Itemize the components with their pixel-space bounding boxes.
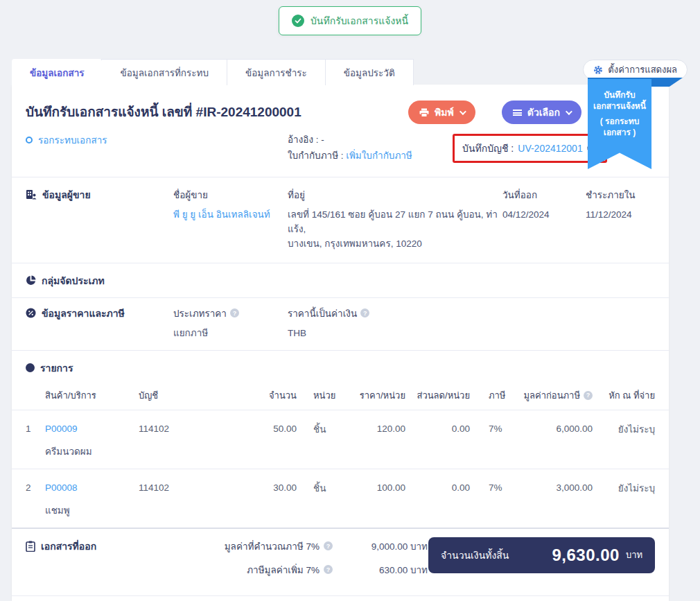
item-tax: 7% (470, 424, 511, 434)
item-discount: 0.00 (405, 482, 470, 493)
tab-document-info[interactable]: ข้อมูลเอกสาร (12, 59, 102, 86)
col-qty: จำนวน (222, 388, 297, 403)
vendor-name-label: ชื่อผู้ขาย (173, 187, 288, 202)
vat-base-label: มูลค่าที่คำนวณภาษี 7% (225, 539, 320, 554)
grand-total-unit: บาท (626, 548, 642, 562)
col-price: ราคา/หน่วย (344, 388, 405, 403)
col-tax: ภาษี (470, 388, 511, 403)
status-row: รอกระทบเอกสาร อ้างอิง : - ใบกำกับภาษี : … (12, 130, 669, 177)
help-icon[interactable] (324, 565, 333, 574)
pricing-section-label: ข้อมูลราคาและภาษี (42, 306, 125, 321)
vendor-section-label: ข้อมูลผู้ขาย (42, 187, 91, 202)
check-icon (292, 15, 304, 27)
chevron-down-icon (460, 108, 466, 115)
item-pretax: 6,000.00 (511, 424, 593, 434)
vendor-section: ข้อมูลผู้ขาย ชื่อผู้ขาย พี ยู ยู เอ็น อิ… (12, 177, 669, 263)
issue-date-col: วันที่ออก 04/12/2024 (502, 187, 586, 223)
table-row: 2 P00008 114102 30.00 ชิ้น 100.00 0.00 7… (12, 469, 669, 528)
journal-entry-highlight: บันทึกบัญชี : UV-202412001 (453, 134, 607, 163)
vendor-address-line1: เลขที่ 145/161 ซอย คู้บอน 27 แยก 7 ถนน ค… (288, 208, 502, 237)
toast-message: บันทึกรับเอกสารแจ้งหนี้ (310, 13, 408, 28)
items-section-header: รายการ (12, 351, 669, 380)
issue-date-value: 04/12/2024 (502, 208, 586, 223)
col-pretax: มูลค่าก่อนภาษี (511, 388, 593, 403)
item-account: 114102 (139, 424, 222, 434)
items-bullet-icon (26, 363, 35, 372)
item-description: ครีมนวดผม (12, 437, 669, 469)
vendor-address-col: ที่อยู่ เลขที่ 145/161 ซอย คู้บอน 27 แยก… (288, 187, 502, 252)
price-type-label: ประเภทราคา (173, 306, 227, 321)
print-label: พิมพ์ (435, 105, 454, 120)
tax-invoice-line: ใบกำกับภาษี : เพิ่มใบกำกับภาษี (288, 148, 453, 164)
vendor-address-label: ที่อยู่ (288, 187, 502, 202)
page-title: บันทึกรับเอกสารแจ้งหนี้ เลขที่ #IR-20241… (26, 103, 408, 122)
tab-history[interactable]: ข้อมูลประวัติ (325, 59, 414, 85)
vat-base-value: 9,000.00 บาท (333, 539, 428, 554)
currency-value: THB (288, 326, 655, 341)
issue-date-label: วันที่ออก (502, 187, 586, 202)
vendor-icon (26, 189, 37, 200)
grand-total-label: จำนวนเงินทั้งสิ้น (441, 548, 509, 563)
vat-value: 630.00 บาท (333, 562, 428, 577)
action-buttons: พิมพ์ ตัวเลือก (408, 101, 581, 124)
reference-line: อ้างอิง : - (288, 132, 453, 148)
item-no: 1 (26, 424, 45, 434)
col-account: บัญชี (139, 388, 222, 403)
items-table-header: สินค้า/บริการ บัญชี จำนวน หน่วย ราคา/หน่… (12, 380, 669, 410)
help-icon[interactable] (324, 541, 333, 550)
col-discount: ส่วนลด/หน่วย (405, 388, 470, 403)
gear-icon (593, 65, 603, 75)
help-icon[interactable] (360, 308, 369, 317)
due-date-value: 11/12/2024 (586, 208, 655, 223)
vendor-address: เลขที่ 145/161 ซอย คู้บอน 27 แยก 7 ถนน ค… (288, 208, 502, 252)
print-button[interactable]: พิมพ์ (408, 101, 475, 124)
price-type-value: แยกภาษี (173, 326, 288, 341)
item-description: แชมพู (12, 496, 669, 528)
item-price: 100.00 (344, 482, 405, 493)
grand-total-value: 9,630.00 (552, 546, 619, 565)
classification-section: กลุ่มจัดประเภท (12, 263, 669, 297)
tab-payment-info[interactable]: ข้อมูลการชำระ (227, 59, 326, 85)
ribbon-status: ( รอกระทบ เอกสาร ) (592, 116, 647, 138)
due-date-col: ชำระภายใน 11/12/2024 (586, 187, 655, 223)
vendor-name-link[interactable]: พี ยู ยู เอ็น อินเทลลิเจนท์ (173, 209, 270, 220)
clipboard-icon (26, 541, 35, 552)
vendor-address-line2: บางเขน, กรุงเทพมหานคร, 10220 (288, 237, 502, 252)
help-icon[interactable] (584, 391, 593, 400)
title-row: บันทึกรับเอกสารแจ้งหนี้ เลขที่ #IR-20241… (12, 85, 669, 130)
item-product-link[interactable]: P00009 (45, 424, 78, 434)
item-tax: 7% (470, 482, 511, 493)
item-discount: 0.00 (405, 424, 470, 434)
tab-bar: ข้อมูลเอกสาร ข้อมูลเอกสารที่กระทบ ข้อมูล… (12, 59, 414, 86)
options-button[interactable]: ตัวเลือก (502, 101, 581, 124)
help-icon[interactable] (230, 308, 239, 317)
item-unit: ชิ้น (297, 480, 344, 496)
options-label: ตัวเลือก (527, 105, 560, 120)
display-settings-button[interactable]: ตั้งค่าการแสดงผล (583, 60, 688, 80)
summary-amounts: มูลค่าที่คำนวณภาษี 7% 9,000.00 บาท ภาษีม… (173, 537, 428, 577)
add-tax-invoice-link[interactable]: เพิ่มใบกำกับภาษี (346, 150, 412, 161)
chevron-down-icon (566, 108, 572, 115)
item-pretax: 3,000.00 (511, 482, 593, 493)
due-date-label: ชำระภายใน (586, 187, 655, 202)
price-type-col: ประเภทราคา แยกภาษี (173, 306, 288, 341)
item-qty: 30.00 (222, 482, 297, 493)
reference-block: อ้างอิง : - ใบกำกับภาษี : เพิ่มใบกำกับภา… (288, 132, 453, 164)
item-price: 120.00 (344, 424, 405, 434)
vendor-section-label-wrap: ข้อมูลผู้ขาย (26, 187, 173, 202)
status-label: รอกระทบเอกสาร (38, 132, 107, 148)
status-ring-icon (26, 137, 33, 143)
journal-entry-link[interactable]: UV-202412001 (518, 143, 582, 154)
tab-affected-documents[interactable]: ข้อมูลเอกสารที่กระทบ (101, 59, 227, 85)
reference-label: อ้างอิง : (288, 134, 318, 145)
item-product-link[interactable]: P00008 (45, 482, 78, 493)
currency-label: ราคานี้เป็นค่าเงิน (288, 306, 357, 321)
pie-chart-icon (26, 275, 36, 286)
col-unit: หน่วย (297, 388, 344, 403)
summary-section: เอกสารที่ออก มูลค่าที่คำนวณภาษี 7% 9,000… (12, 529, 669, 595)
ribbon-title: บันทึกรับเอกสารแจ้งหนี้ (592, 90, 647, 112)
tax-invoice-label: ใบกำกับภาษี : (288, 150, 344, 161)
journal-label: บันทึกบัญชี : (462, 141, 514, 156)
success-toast: บันทึกรับเอกสารแจ้งหนี้ (279, 6, 421, 35)
menu-icon (513, 110, 522, 116)
